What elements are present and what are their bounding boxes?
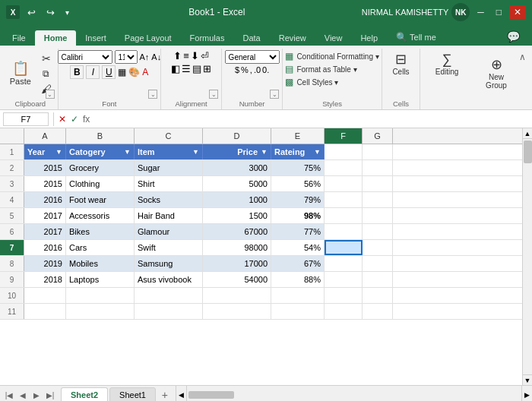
sheet-tab-sheet2[interactable]: Sheet2: [61, 387, 108, 401]
scroll-right-button[interactable]: ▶: [521, 386, 532, 401]
cell-e10[interactable]: [271, 288, 325, 303]
cell-g1[interactable]: [363, 144, 393, 159]
cell-d4[interactable]: 1000: [203, 192, 271, 207]
cell-c9[interactable]: Asus vivobook: [135, 272, 203, 287]
cell-a5[interactable]: 2017: [24, 208, 66, 223]
cell-a1[interactable]: Year ▼: [24, 144, 66, 159]
cell-e11[interactable]: [271, 304, 325, 319]
cell-a7[interactable]: 2016: [24, 240, 66, 255]
cell-c3[interactable]: Shirt: [135, 176, 203, 191]
scroll-thumb-h[interactable]: [188, 391, 234, 399]
vertical-scrollbar[interactable]: ▲ ▼: [522, 128, 532, 385]
scroll-thumb-v[interactable]: [524, 141, 532, 163]
italic-button[interactable]: I: [86, 65, 100, 79]
cell-b8[interactable]: Mobiles: [66, 256, 135, 271]
cell-f11[interactable]: [325, 304, 363, 319]
close-button[interactable]: ✕: [509, 5, 526, 19]
align-right-button[interactable]: ▤: [192, 63, 201, 74]
cell-f5[interactable]: [325, 208, 363, 223]
undo-button[interactable]: ↩: [24, 5, 39, 20]
font-size-select[interactable]: 11: [115, 50, 138, 64]
cell-c7[interactable]: Swift: [135, 240, 203, 255]
cell-b6[interactable]: Bikes: [66, 224, 135, 239]
sheet-tab-sheet1[interactable]: Sheet1: [109, 387, 156, 401]
decrease-decimal-button[interactable]: 0.: [262, 65, 269, 74]
cell-d9[interactable]: 54000: [203, 272, 271, 287]
font-color-button[interactable]: A: [142, 67, 148, 77]
redo-button[interactable]: ↪: [43, 5, 58, 20]
cell-name-box[interactable]: F7: [3, 112, 49, 126]
align-center-button[interactable]: ☰: [182, 63, 191, 74]
col-header-d[interactable]: D: [203, 128, 271, 144]
scroll-up-button[interactable]: ▲: [523, 128, 532, 139]
cells-button[interactable]: ⊟ Cells: [388, 50, 415, 78]
alignment-expand[interactable]: ⌄: [209, 90, 218, 99]
confirm-formula-icon[interactable]: ✓: [71, 114, 78, 125]
cancel-formula-icon[interactable]: ✕: [59, 114, 66, 125]
cell-e9[interactable]: 88%: [271, 272, 325, 287]
cell-e3[interactable]: 56%: [271, 176, 325, 191]
cell-a2[interactable]: 2015: [24, 160, 66, 175]
next-sheet-button[interactable]: ▶: [30, 389, 43, 401]
cell-a3[interactable]: 2015: [24, 176, 66, 191]
cell-g11[interactable]: [363, 304, 393, 319]
cell-d5[interactable]: 1500: [203, 208, 271, 223]
increase-decimal-button[interactable]: .0: [254, 65, 261, 74]
cell-b4[interactable]: Foot wear: [66, 192, 135, 207]
insert-function-icon[interactable]: fx: [83, 114, 90, 125]
col-header-c[interactable]: C: [135, 128, 203, 144]
minimize-button[interactable]: ─: [473, 5, 489, 19]
cell-e8[interactable]: 67%: [271, 256, 325, 271]
cell-e4[interactable]: 79%: [271, 192, 325, 207]
cell-g8[interactable]: [363, 256, 393, 271]
copy-button[interactable]: ⧉: [38, 67, 55, 81]
cell-e1[interactable]: Rateing ▼: [271, 144, 325, 159]
percent-button[interactable]: %: [241, 65, 249, 74]
cell-g2[interactable]: [363, 160, 393, 175]
merge-cells-button[interactable]: ⊞: [203, 63, 211, 74]
cell-f9[interactable]: [325, 272, 363, 287]
restore-button[interactable]: □: [492, 5, 506, 19]
cell-d3[interactable]: 5000: [203, 176, 271, 191]
font-family-select[interactable]: Calibri: [58, 50, 112, 64]
cell-b1[interactable]: Catogery ▼: [66, 144, 135, 159]
cell-c11[interactable]: [135, 304, 203, 319]
tab-view[interactable]: View: [315, 30, 352, 46]
align-bottom-button[interactable]: ⬇: [191, 50, 199, 62]
cell-b3[interactable]: Clothing: [66, 176, 135, 191]
tab-home[interactable]: Home: [35, 30, 77, 46]
format-as-table-button[interactable]: ▤ Format as Table ▾: [282, 63, 382, 75]
scroll-down-button[interactable]: ▼: [523, 374, 532, 385]
formula-input[interactable]: [93, 115, 529, 124]
last-sheet-button[interactable]: ▶|: [44, 389, 56, 401]
border-button[interactable]: ▦: [118, 67, 126, 77]
cell-f6[interactable]: [325, 224, 363, 239]
tab-help[interactable]: Help: [351, 30, 387, 46]
comma-button[interactable]: ,: [250, 65, 252, 74]
cell-b9[interactable]: Laptops: [66, 272, 135, 287]
cell-b5[interactable]: Accessoris: [66, 208, 135, 223]
cell-g5[interactable]: [363, 208, 393, 223]
quick-access-button[interactable]: ▾: [62, 7, 72, 18]
col-header-e[interactable]: E: [271, 128, 325, 144]
number-format-select[interactable]: General: [225, 50, 280, 64]
editing-button[interactable]: ∑ Editing: [432, 50, 463, 78]
cell-f4[interactable]: [325, 192, 363, 207]
cell-g6[interactable]: [363, 224, 393, 239]
paste-button[interactable]: 📋 Paste: [6, 59, 35, 88]
cell-c6[interactable]: Glamour: [135, 224, 203, 239]
cell-c10[interactable]: [135, 288, 203, 303]
align-middle-button[interactable]: ≡: [183, 50, 189, 62]
fill-color-button[interactable]: 🎨: [128, 67, 140, 77]
cell-e6[interactable]: 77%: [271, 224, 325, 239]
tab-review[interactable]: Review: [270, 30, 315, 46]
cell-a9[interactable]: 2018: [24, 272, 66, 287]
decrease-font-button[interactable]: A↓: [151, 52, 161, 62]
cell-g9[interactable]: [363, 272, 393, 287]
cell-f2[interactable]: [325, 160, 363, 175]
cell-d8[interactable]: 17000: [203, 256, 271, 271]
clipboard-expand[interactable]: ⌄: [46, 90, 55, 99]
col-header-f[interactable]: F: [325, 128, 363, 144]
align-top-button[interactable]: ⬆: [173, 50, 182, 62]
underline-button[interactable]: U: [102, 65, 116, 79]
